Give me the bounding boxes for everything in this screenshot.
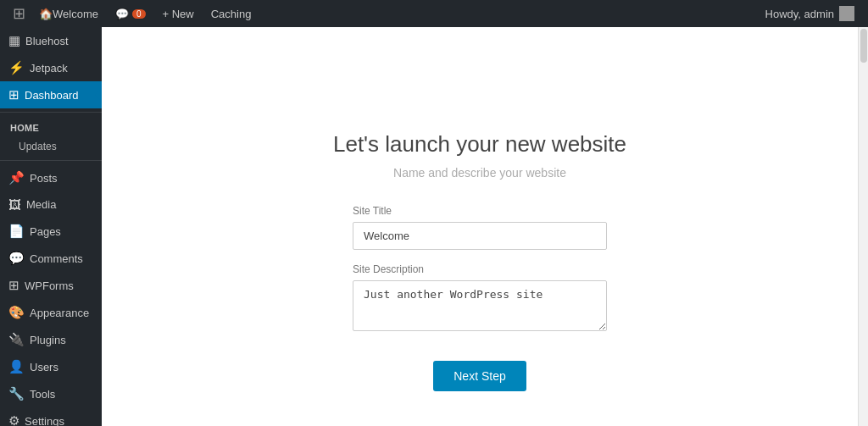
- sidebar: ▦ Bluehost ⚡ Jetpack ⊞ Dashboard Home Up…: [0, 27, 102, 426]
- wp-logo[interactable]: ⊞: [7, 0, 31, 27]
- sidebar-item-pages[interactable]: 📄 Pages: [0, 218, 102, 245]
- tools-icon: 🔧: [8, 386, 25, 401]
- adminbar-comments[interactable]: 💬 0: [107, 0, 154, 27]
- adminbar-avatar[interactable]: [839, 6, 854, 21]
- launch-title: Let's launch your new website: [333, 131, 626, 158]
- sidebar-item-media[interactable]: 🖼 Media: [0, 191, 102, 218]
- settings-icon: ⚙: [8, 413, 19, 426]
- adminbar-new[interactable]: + New: [154, 0, 203, 27]
- sidebar-item-plugins[interactable]: 🔌 Plugins: [0, 326, 102, 353]
- launch-form-container: Let's launch your new website Name and d…: [102, 27, 858, 426]
- next-step-button[interactable]: Next Step: [433, 361, 526, 391]
- home-section-header: Home: [0, 116, 102, 136]
- scrollbar-thumb[interactable]: [860, 29, 867, 63]
- wpforms-icon: ⊞: [8, 278, 19, 293]
- site-description-input[interactable]: [353, 280, 607, 331]
- sidebar-item-users[interactable]: 👤 Users: [0, 353, 102, 380]
- sidebar-item-dashboard[interactable]: ⊞ Dashboard: [0, 81, 102, 108]
- active-indicator: [95, 88, 102, 102]
- media-icon: 🖼: [8, 197, 21, 212]
- site-title-label: Site Title: [353, 205, 607, 217]
- sidebar-item-jetpack[interactable]: ⚡ Jetpack: [0, 54, 102, 81]
- scrollbar[interactable]: [858, 27, 868, 426]
- sidebar-item-bluehost[interactable]: ▦ Bluehost: [0, 27, 102, 54]
- sidebar-item-settings[interactable]: ⚙ Settings: [0, 407, 102, 426]
- adminbar-caching[interactable]: Caching: [203, 0, 260, 27]
- comments-icon: 💬: [8, 251, 25, 266]
- site-title-input[interactable]: [353, 222, 607, 250]
- bluehost-icon: ▦: [8, 33, 20, 48]
- users-icon: 👤: [8, 359, 25, 374]
- sidebar-item-appearance[interactable]: 🎨 Appearance: [0, 299, 102, 326]
- main-content: Let's launch your new website Name and d…: [102, 27, 858, 426]
- launch-subtitle: Name and describe your website: [393, 166, 566, 180]
- pages-icon: 📄: [8, 224, 25, 239]
- appearance-icon: 🎨: [8, 305, 25, 320]
- dashboard-icon: ⊞: [8, 87, 19, 102]
- sidebar-item-updates[interactable]: Updates: [0, 136, 102, 157]
- sidebar-item-tools[interactable]: 🔧 Tools: [0, 380, 102, 407]
- jetpack-icon: ⚡: [8, 60, 25, 75]
- adminbar-howdy: Howdy, admin: [765, 8, 834, 20]
- site-title-group: Site Title: [353, 205, 607, 250]
- adminbar-home[interactable]: 🏠 Welcome: [31, 0, 107, 27]
- site-description-group: Site Description: [353, 263, 607, 334]
- plugins-icon: 🔌: [8, 332, 25, 347]
- sidebar-item-comments[interactable]: 💬 Comments: [0, 245, 102, 272]
- comment-icon: 💬: [115, 8, 129, 20]
- site-description-label: Site Description: [353, 263, 607, 275]
- posts-icon: 📌: [8, 170, 25, 185]
- home-icon: 🏠: [39, 8, 53, 20]
- sidebar-item-posts[interactable]: 📌 Posts: [0, 164, 102, 191]
- admin-bar: ⊞ 🏠 Welcome 💬 0 + New Caching Howdy, adm…: [0, 0, 868, 27]
- sidebar-item-wpforms[interactable]: ⊞ WPForms: [0, 272, 102, 299]
